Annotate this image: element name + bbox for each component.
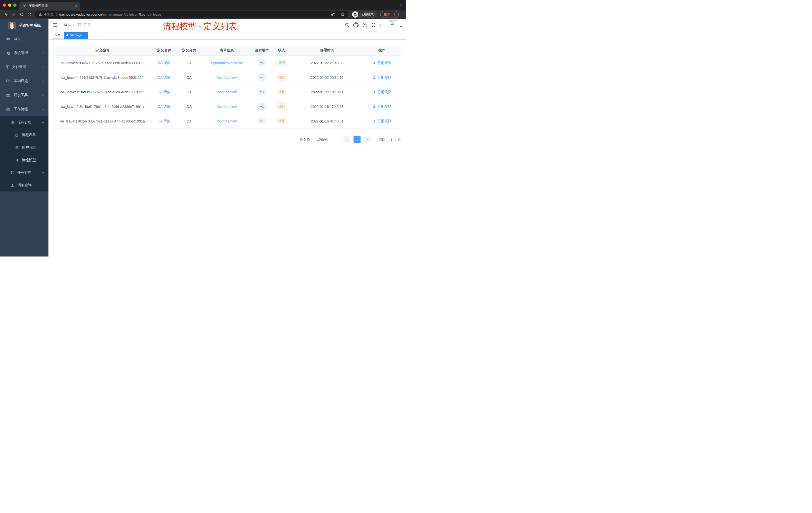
page-unit-label: 页	[398, 137, 401, 142]
workflow-submenu: 流程管理 流程表单 用户分组 流程模型	[0, 116, 49, 191]
breadcrumb-home[interactable]: 首页	[64, 23, 71, 27]
page-size-select[interactable]: 10条/页	[314, 136, 338, 143]
window-minimize-button[interactable]	[8, 3, 11, 7]
chevron-down-icon	[41, 171, 45, 174]
pagination: 共 5 条 10条/页 1 前往 1 页	[54, 136, 401, 143]
annotation-title: 流程模型 - 定义列表	[163, 21, 237, 32]
current-page-button[interactable]: 1	[353, 136, 360, 143]
group-icon	[15, 146, 19, 150]
omnibox-divider	[56, 12, 57, 16]
definition-name-link[interactable]: OA 请假	[157, 61, 170, 65]
sidebar-item-system[interactable]: 系统管理	[0, 46, 49, 60]
sidebar-item-infrastructure[interactable]: 基础设施	[0, 74, 49, 88]
back-icon[interactable]	[3, 12, 8, 17]
sidebar-item-payment[interactable]: ¥ 支付管理	[0, 60, 49, 74]
deploy-time: 2022-01-16 01:40:51	[291, 114, 363, 128]
avatar-dropdown-caret-icon[interactable]	[400, 26, 403, 28]
assign-rule-link[interactable]: 分配规则	[373, 61, 392, 65]
fullscreen-icon[interactable]	[371, 23, 376, 27]
status-badge: 挂起	[277, 118, 287, 124]
font-size-icon[interactable]: T T	[380, 23, 385, 27]
sidebar-item-workflow[interactable]: 工作流程	[0, 102, 49, 116]
infrastructure-icon	[6, 79, 10, 83]
status-badge: 挂起	[277, 74, 287, 81]
sidebar-collapse-icon[interactable]	[53, 23, 57, 27]
browser-toolbar: 不安全 dashboard.yudao.iocoder.cn/bpm/manag…	[0, 10, 406, 19]
avatar[interactable]	[389, 20, 398, 30]
reload-icon[interactable]	[20, 12, 24, 17]
svg-text:?: ?	[364, 24, 366, 27]
tag-close-icon[interactable]: ×	[84, 34, 86, 37]
sidebar-item-devtools[interactable]: 研发工具	[0, 88, 49, 102]
sidebar-item-process-model[interactable]: 流程模型	[0, 154, 49, 167]
search-icon[interactable]	[345, 23, 349, 27]
help-icon[interactable]: ?	[362, 23, 367, 28]
window-close-button[interactable]	[3, 3, 6, 7]
sidebar-item-process-management[interactable]: 流程管理	[0, 116, 49, 129]
definition-name-link[interactable]: OA 请假	[157, 75, 170, 80]
browser-tab[interactable]: 芋道管理系统 ✕	[19, 2, 80, 10]
tag-process-definition[interactable]: 流程定义 ×	[64, 32, 88, 39]
form-info-link[interactable]: /bpm/oa/flow	[217, 105, 236, 109]
next-page-button[interactable]	[364, 136, 371, 143]
assign-rule-link[interactable]: 分配规则	[373, 90, 392, 94]
sidebar-item-process-form[interactable]: 流程表单	[0, 129, 49, 141]
column-header: 流程版本	[252, 46, 272, 56]
version-badge: v4	[258, 74, 266, 81]
github-icon[interactable]	[353, 22, 358, 28]
bookmark-star-icon[interactable]	[341, 12, 345, 17]
page-size-value: 10条/页	[317, 137, 333, 142]
app-logo-row[interactable]: 芋道管理系统	[0, 19, 49, 32]
tag-label: 首页	[54, 33, 60, 37]
table-row: oa_leave:5:004b710b-7b8a-11ec-8ef0-acde4…	[54, 56, 401, 70]
tag-home[interactable]: 首页	[52, 32, 62, 39]
deploy-time: 2022-01-22 19:19:11	[291, 85, 363, 99]
deploy-time: 2022-01-22 20:34:10	[291, 70, 363, 85]
sidebar-item-leave-query[interactable]: 请假查询	[0, 179, 49, 191]
chevron-up-icon	[41, 121, 45, 124]
definition-id: oa_leave:2:3c1f0ef1-76b1-11ec-9c66-a2380…	[54, 99, 151, 114]
breadcrumb: 首页 / 流程定义	[64, 23, 90, 27]
form-info-link[interactable]: /bpm/oa/flow	[217, 119, 236, 123]
definition-name-link[interactable]: OA 请假	[157, 119, 170, 123]
version-badge: v2	[258, 103, 266, 110]
new-tab-button[interactable]: +	[84, 2, 86, 7]
broken-image-icon	[390, 21, 394, 25]
definition-table: 定义编号 定义名称 定义分类 表单信息 流程版本 状态 部署时间 操作 oa_l…	[54, 46, 401, 128]
definition-name-link[interactable]: OA 请假	[157, 90, 170, 94]
chevron-right-icon	[366, 138, 369, 141]
prev-page-button[interactable]	[344, 136, 350, 143]
form-icon	[15, 133, 19, 137]
svg-text:T: T	[380, 24, 381, 27]
assign-rule-link[interactable]: 分配规则	[373, 104, 392, 109]
forward-icon[interactable]	[11, 12, 16, 17]
update-label: 更新	[384, 12, 390, 17]
tab-search-caret-icon[interactable]	[400, 4, 403, 6]
password-key-icon[interactable]	[330, 12, 335, 17]
chrome-update-button[interactable]: 更新 ⋮	[380, 11, 399, 18]
sidebar-item-label: 支付管理	[12, 65, 26, 69]
form-info-link[interactable]: /bpm/oa/flow	[217, 90, 236, 94]
assign-rule-link[interactable]: 分配规则	[373, 119, 392, 123]
window-zoom-button[interactable]	[13, 3, 17, 7]
definition-category: OA	[176, 70, 202, 85]
sidebar-item-label: 流程模型	[22, 158, 36, 162]
sidebar-item-home[interactable]: 首页	[0, 32, 49, 46]
sidebar-item-label: 工作流程	[14, 107, 28, 112]
sidebar-item-user-group[interactable]: 用户分组	[0, 141, 49, 154]
address-bar[interactable]: 不安全 dashboard.yudao.iocoder.cn/bpm/manag…	[35, 11, 348, 18]
sidebar-item-task-management[interactable]: 任务管理	[0, 167, 49, 179]
definition-name-link[interactable]: OA 请假	[157, 104, 170, 109]
assign-rule-link[interactable]: 分配规则	[373, 75, 392, 80]
form-info-link[interactable]: /bpm/oa/flow	[217, 76, 236, 80]
tab-close-icon[interactable]: ✕	[75, 4, 78, 8]
browser-menu-icon[interactable]: ⋮	[393, 12, 396, 16]
home-icon[interactable]	[27, 12, 32, 17]
breadcrumb-separator: /	[73, 23, 74, 27]
goto-page-input[interactable]: 1	[387, 136, 396, 143]
version-badge: v3	[258, 89, 266, 95]
sidebar-item-label: 基础设施	[14, 79, 28, 83]
form-info-link[interactable]: /bpm/oa/leave/create	[210, 61, 243, 65]
user-icon	[373, 76, 376, 79]
not-secure-warning-icon[interactable]	[38, 12, 42, 16]
